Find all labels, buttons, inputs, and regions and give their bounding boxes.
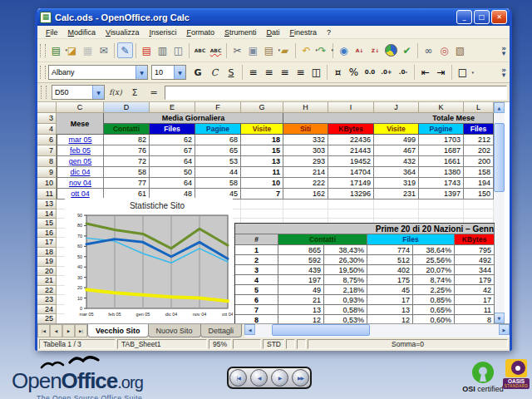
cell-header-contatti[interactable]: Contatti	[104, 124, 150, 135]
autospellcheck-icon[interactable]: ABC	[208, 42, 224, 58]
cell-header-files[interactable]: Files	[464, 124, 494, 135]
data-cell[interactable]: 158	[464, 167, 494, 178]
nations-data-cell[interactable]: 8,74%	[413, 275, 455, 285]
data-cell[interactable]: 162	[283, 189, 328, 200]
empty-cell[interactable]	[464, 200, 494, 209]
data-cell[interactable]: 200	[464, 156, 494, 167]
nations-data-cell[interactable]: 11	[455, 305, 495, 315]
function-button[interactable]: =	[145, 86, 162, 100]
nations-data-cell[interactable]: 0,93%	[324, 295, 367, 305]
copy-icon[interactable]: ▣	[245, 42, 261, 58]
data-cell[interactable]: 64	[150, 178, 195, 189]
nations-data-cell[interactable]: 20,07%	[413, 265, 455, 275]
month-link[interactable]: ott 04	[71, 190, 90, 198]
vertical-scrollbar[interactable]: ▲ ▼	[494, 102, 505, 323]
minimize-button[interactable]: _	[456, 10, 472, 24]
data-cell[interactable]: 1687	[419, 145, 464, 156]
nations-rank-cell[interactable]: 6	[235, 295, 278, 305]
nations-data-cell[interactable]: 19,50%	[324, 265, 367, 275]
data-cell[interactable]: 77	[104, 178, 150, 189]
prev-sheet-button[interactable]: ◀	[50, 324, 62, 337]
function-wizard-button[interactable]: f(x)	[107, 86, 124, 100]
nations-rank-cell[interactable]: 7	[235, 305, 278, 315]
column-header-E[interactable]: E	[150, 102, 195, 113]
nations-data-cell[interactable]: 13	[367, 305, 413, 315]
nations-data-cell[interactable]: 592	[278, 255, 324, 265]
nations-data-cell[interactable]: 197	[278, 275, 324, 285]
nations-data-cell[interactable]: 0,65%	[413, 305, 455, 315]
row-header-6[interactable]: 6	[37, 135, 57, 145]
row-header-8[interactable]: 8	[37, 156, 57, 167]
scroll-left-icon[interactable]: ◀	[244, 324, 255, 335]
nations-data-cell[interactable]: 42	[455, 285, 495, 295]
data-cell[interactable]: 364	[374, 167, 419, 178]
italic-button[interactable]: C	[206, 66, 223, 80]
month-link[interactable]: nov 04	[69, 179, 91, 187]
nations-data-cell[interactable]: 344	[455, 265, 495, 275]
data-cell[interactable]: 76	[104, 145, 150, 156]
data-cell[interactable]: 303	[283, 145, 328, 156]
data-cell[interactable]: 319	[374, 178, 419, 189]
cell-header-pagine[interactable]: Pagine	[195, 124, 241, 135]
nations-data-cell[interactable]: 49	[278, 285, 324, 295]
data-cell[interactable]: 65	[195, 145, 241, 156]
empty-cell[interactable]	[464, 209, 494, 219]
row-header-21[interactable]: 21	[37, 276, 57, 286]
row-header-20[interactable]: 20	[37, 267, 57, 277]
data-cell[interactable]: 432	[374, 156, 419, 167]
data-cell[interactable]: 82	[104, 135, 150, 145]
horizontal-scroll-track[interactable]	[255, 324, 499, 337]
data-cell[interactable]: 44	[195, 167, 241, 178]
nations-data-cell[interactable]: 175	[367, 275, 413, 285]
spellcheck-icon[interactable]: ABC	[192, 42, 208, 58]
toolbar-more-button[interactable]: »▾	[501, 67, 508, 77]
close-button[interactable]: ✕	[491, 10, 507, 24]
hyperlink-icon[interactable]: ◉	[336, 42, 352, 58]
scroll-up-icon[interactable]: ▲	[494, 102, 505, 113]
empty-cell[interactable]	[374, 209, 419, 219]
insert-chart-icon[interactable]	[383, 42, 399, 58]
format-paintbrush-icon[interactable]: ▰	[277, 42, 293, 58]
print-icon[interactable]: ▥	[155, 42, 170, 58]
increase-indent-button[interactable]: ⇥	[433, 65, 449, 81]
row-header-10[interactable]: 10	[37, 178, 57, 189]
maximize-button[interactable]: □	[474, 10, 490, 24]
horizontal-scrollbar[interactable]: ◀▶	[244, 324, 510, 337]
row-header-3[interactable]: 3	[37, 113, 57, 124]
first-sheet-button[interactable]: |◀	[37, 324, 50, 337]
cell-reference-box[interactable]: D50 ▼	[52, 85, 105, 100]
nations-data-cell[interactable]: 38,43%	[324, 245, 367, 255]
data-cell[interactable]: 64	[150, 156, 195, 167]
data-cell[interactable]: 231	[374, 189, 419, 200]
nations-data-cell[interactable]: 0,58%	[324, 305, 367, 315]
sheet-tab-dettagli[interactable]: Dettagli	[200, 324, 243, 337]
cell-header-pagine[interactable]: Pagine	[419, 124, 464, 135]
decrease-indent-button[interactable]: ⇤	[417, 65, 433, 81]
row-header-14[interactable]: 14	[37, 209, 57, 219]
fast-forward-button[interactable]: ▶▶	[292, 369, 309, 387]
data-cell[interactable]: 62	[150, 135, 195, 145]
percent-format-button[interactable]: %	[346, 65, 362, 81]
data-cell[interactable]: 202	[464, 145, 494, 156]
nations-data-cell[interactable]: 12	[278, 315, 324, 323]
data-cell[interactable]: 21443	[328, 145, 374, 156]
chevron-down-icon[interactable]: ▼	[135, 66, 147, 79]
delete-decimal-button[interactable]: .0-	[395, 66, 411, 80]
empty-cell[interactable]	[283, 209, 328, 219]
row-header-13[interactable]: 13	[37, 200, 57, 209]
cell-header-visite[interactable]: Visite	[241, 124, 283, 135]
month-link[interactable]: mar 05	[68, 135, 91, 144]
nations-rank-cell[interactable]: 3	[235, 265, 278, 275]
menu-item-modifica[interactable]: Modifica	[63, 28, 101, 37]
nations-data-cell[interactable]: 13	[278, 305, 324, 315]
empty-cell[interactable]	[241, 200, 283, 209]
data-cell[interactable]: 7	[241, 189, 283, 200]
data-cell[interactable]: 222	[283, 178, 328, 189]
font-name-combo[interactable]: Albany ▼	[48, 65, 148, 80]
menu-item-[interactable]: ?	[322, 28, 336, 37]
nations-data-cell[interactable]: 795	[455, 245, 495, 255]
edit-file-icon[interactable]: ✎	[117, 42, 133, 58]
status-insert-mode[interactable]	[233, 339, 261, 349]
row-header-18[interactable]: 18	[37, 248, 57, 258]
align-center-button[interactable]: ≡	[261, 65, 277, 81]
